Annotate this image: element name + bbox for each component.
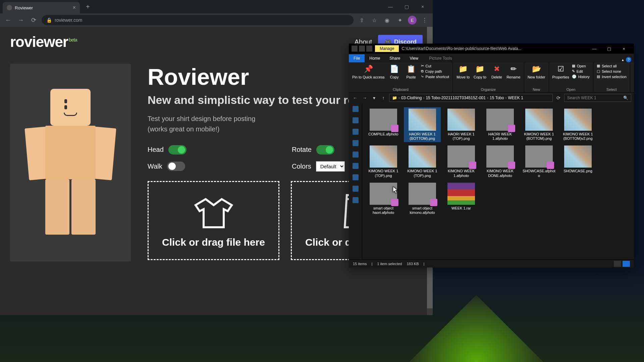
pin-button[interactable]: 📌Pin to Quick access xyxy=(352,64,385,79)
file-item[interactable]: KIMONO WEEK 1 (BOTTOM).png xyxy=(521,107,557,142)
file-item[interactable]: HAORI WEEK 1 (BOTTOM).png xyxy=(404,107,441,142)
minimize-icon[interactable]: — xyxy=(383,2,398,12)
address-bar[interactable]: 🔒 roviewer.com xyxy=(42,15,354,25)
sidebar-item[interactable] xyxy=(353,197,359,203)
sidebar-item[interactable] xyxy=(353,106,359,112)
new-folder-button[interactable]: 📂New folder xyxy=(528,64,545,79)
nav-up-icon[interactable]: ↑ xyxy=(380,95,387,101)
puzzle-icon[interactable]: ✦ xyxy=(395,15,405,25)
sidebar-item[interactable] xyxy=(353,152,359,158)
paste-button[interactable]: 📋Paste xyxy=(404,64,418,79)
nav-dropdown-icon[interactable]: ▾ xyxy=(370,95,378,101)
copy-button[interactable]: 📄Copy xyxy=(387,64,401,79)
edit-button[interactable]: ✎Edit xyxy=(572,69,590,73)
breadcrumb-segment[interactable]: 15 Tobo-20211102T034515Z-001 xyxy=(426,96,486,100)
thumbnails-view-icon[interactable] xyxy=(623,261,630,267)
search-input[interactable]: Search WEEK 1 🔍 xyxy=(564,94,631,102)
file-item[interactable]: KIMONO WEEK 1 (TOP).png xyxy=(365,144,402,179)
new-tab-button[interactable]: + xyxy=(83,3,93,11)
ex-close-icon[interactable]: × xyxy=(616,46,631,51)
file-item[interactable]: SHOWCASE.afphoto xyxy=(521,144,557,179)
back-icon[interactable]: ← xyxy=(3,15,13,25)
select-all-button[interactable]: ▦Select all xyxy=(597,64,627,68)
walk-toggle[interactable] xyxy=(167,162,185,171)
file-item[interactable]: WEEK 1.rar xyxy=(443,181,480,216)
lock-icon: 🔒 xyxy=(46,17,52,23)
ex-minimize-icon[interactable]: — xyxy=(587,46,602,51)
sidebar-item[interactable] xyxy=(353,129,359,135)
history-button[interactable]: 🕘History xyxy=(572,74,590,79)
site-logo[interactable]: roviewerbeta xyxy=(10,34,77,50)
rotate-toggle[interactable] xyxy=(316,145,334,155)
nav-back-icon[interactable]: ← xyxy=(352,95,359,101)
copypath-icon: ⧉ xyxy=(421,69,424,73)
open-icon: ▦ xyxy=(572,64,575,68)
move-to-button[interactable]: 📁Move to xyxy=(456,64,470,79)
file-name: KIMONO WEEK 1 (TOP).png xyxy=(366,169,400,178)
refresh-icon[interactable]: ⟳ xyxy=(555,95,562,101)
explorer-titlebar[interactable]: Manage C:\Users\karl\Documents\Ro-tester… xyxy=(349,44,634,54)
file-item[interactable]: KIMONO WEEK DONE.afphoto xyxy=(482,144,519,179)
details-view-icon[interactable] xyxy=(614,261,621,267)
window-title-path: C:\Users\karl\Documents\Ro-tester-public… xyxy=(401,46,584,51)
tab-title: Roviewer xyxy=(15,5,33,10)
picture-tools-tab[interactable]: Picture Tools xyxy=(424,54,457,62)
copy-path-button[interactable]: ⧉Copy path xyxy=(421,69,449,73)
avatar-preview[interactable] xyxy=(10,64,131,261)
file-item[interactable]: KIMONO WEEK 1 (TOP).png xyxy=(404,144,441,179)
manage-tab[interactable]: Manage xyxy=(375,45,399,52)
open-button[interactable]: ▦Open xyxy=(572,64,590,68)
reload-icon[interactable]: ⟳ xyxy=(29,15,38,25)
paste-shortcut-button[interactable]: ⤷Paste shortcut xyxy=(421,74,449,79)
maximize-icon[interactable]: ▢ xyxy=(399,2,414,12)
delete-button[interactable]: ✖Delete xyxy=(490,64,504,79)
close-icon[interactable]: × xyxy=(415,2,430,12)
file-item[interactable]: smart object haori.afphoto xyxy=(365,181,402,216)
properties-button[interactable]: ☑Properties xyxy=(552,64,569,79)
file-thumbnail xyxy=(525,145,553,168)
colors-select[interactable]: Default xyxy=(316,161,345,172)
file-item[interactable]: KIMONO WEEK 1 (BOTTOM)v2.png xyxy=(559,107,596,142)
extension-icon[interactable]: ◉ xyxy=(382,15,392,25)
rename-button[interactable]: ✏Rename xyxy=(506,64,521,79)
cut-button[interactable]: ✂Cut xyxy=(421,64,449,68)
browser-tab[interactable]: Roviewer × xyxy=(3,2,80,13)
sidebar-item[interactable] xyxy=(353,186,359,192)
ex-maximize-icon[interactable]: ▢ xyxy=(602,46,616,51)
menu-icon[interactable]: ⋮ xyxy=(420,15,429,25)
breadcrumb-segment[interactable]: 03-Clothing xyxy=(401,96,422,100)
home-tab[interactable]: Home xyxy=(365,54,385,62)
share-icon[interactable]: ⇧ xyxy=(357,15,366,25)
help-icon[interactable]: ? xyxy=(626,57,631,62)
head-toggle[interactable] xyxy=(168,145,186,155)
file-item[interactable]: SHOWCASE.png xyxy=(559,144,596,179)
file-thumbnail xyxy=(564,145,592,168)
profile-avatar[interactable]: E xyxy=(408,16,417,24)
share-tab[interactable]: Share xyxy=(385,54,405,62)
copy-to-button[interactable]: 📁Copy to xyxy=(473,64,487,79)
tab-close-icon[interactable]: × xyxy=(73,5,76,11)
breadcrumb-segment[interactable]: WEEK 1 xyxy=(508,96,523,100)
file-item[interactable]: HAORI WEEK 1.afphoto xyxy=(482,107,519,142)
shirt-dropzone[interactable]: Click or drag file here xyxy=(148,181,279,260)
file-item[interactable]: KIMONO WEEK 1.afphoto xyxy=(443,144,480,179)
forward-icon[interactable]: → xyxy=(16,15,25,25)
rotate-label: Rotate xyxy=(292,146,312,154)
breadcrumb[interactable]: 📁›03-Clothing›15 Tobo-20211102T034515Z-0… xyxy=(389,94,553,102)
file-item[interactable]: smart object kimono.afphoto xyxy=(404,181,441,216)
nav-forward-icon[interactable]: → xyxy=(361,95,368,101)
collapse-ribbon-icon[interactable]: ▴ xyxy=(622,58,624,62)
sidebar-item[interactable] xyxy=(353,174,359,180)
star-icon[interactable]: ☆ xyxy=(370,15,379,25)
sidebar-item[interactable] xyxy=(353,140,359,146)
file-tab[interactable]: File xyxy=(349,54,365,62)
sidebar-item[interactable] xyxy=(353,163,359,169)
file-item[interactable]: COMPILE.afphoto xyxy=(365,107,402,142)
select-none-button[interactable]: ▢Select none xyxy=(597,69,627,73)
sidebar-item[interactable] xyxy=(353,117,359,123)
invert-selection-button[interactable]: ▤Invert selection xyxy=(597,74,627,79)
file-thumbnail xyxy=(525,109,553,131)
breadcrumb-segment[interactable]: 15 Tobo xyxy=(490,96,504,100)
view-tab[interactable]: View xyxy=(405,54,423,62)
file-item[interactable]: HAORI WEEK 1 (TOP).png xyxy=(443,107,480,142)
